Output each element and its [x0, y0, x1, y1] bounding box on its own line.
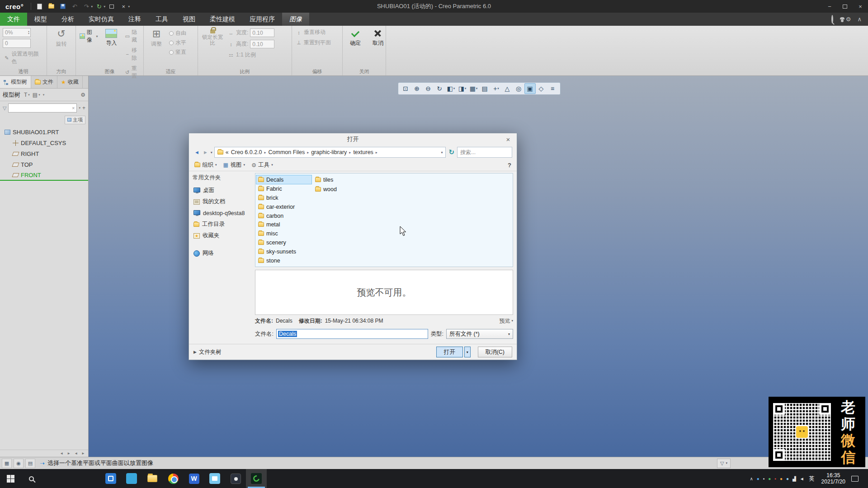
spin-center-icon[interactable]: ◎ — [513, 83, 524, 94]
display-style-icon[interactable]: ◨ ▾ — [457, 83, 468, 94]
refit-icon[interactable]: ⊡ — [400, 83, 411, 94]
height-input[interactable]: 0.10 — [250, 40, 274, 48]
file-item[interactable]: carbon — [256, 211, 311, 220]
pinned-app-3[interactable] — [204, 469, 225, 488]
tab-view[interactable]: 视图 — [175, 13, 203, 26]
ok-button[interactable]: 确定 — [345, 28, 365, 48]
remove-image-button[interactable]: − 移除 — [124, 46, 141, 62]
dialog-title-bar[interactable]: 打开 × — [189, 133, 517, 145]
file-explorer-button[interactable] — [142, 469, 163, 488]
hide-image-button[interactable]: ▭ 隐藏 — [124, 28, 141, 44]
screen-recorder-button[interactable] — [225, 469, 246, 488]
pinned-app-1[interactable] — [100, 469, 121, 488]
tree-item-top-plane[interactable]: TOP — [0, 159, 88, 170]
type-select[interactable]: 所有文件 (*)▾ — [446, 329, 513, 339]
chrome-button[interactable] — [163, 469, 184, 488]
preview-dropdown[interactable]: 预览▾ — [499, 317, 513, 325]
settings-gear-icon[interactable]: ⚙ — [846, 16, 851, 23]
tab-annotate[interactable]: 注释 — [121, 13, 148, 26]
tree-scope-chip[interactable]: 主项 — [65, 116, 85, 124]
help-icon[interactable]: ? — [508, 162, 511, 169]
calendar-tray-icon[interactable]: ▪ — [774, 476, 776, 481]
tree-scroll-right-icon[interactable]: ► — [66, 451, 72, 455]
transparency-value-input[interactable]: 0 — [3, 39, 31, 48]
breadcrumb-segment[interactable]: textures — [353, 149, 373, 155]
open-file-icon[interactable] — [46, 1, 57, 11]
save-icon[interactable] — [57, 1, 68, 11]
organize-button[interactable]: 组织▾ — [194, 161, 217, 169]
import-image-button[interactable]: 导入 — [101, 28, 121, 48]
transparency-percent-input[interactable]: 0% ▴▾ — [3, 28, 31, 37]
antivirus-tray-icon[interactable]: ● — [780, 476, 783, 481]
cancel-ribbon-button[interactable]: 取消 — [368, 28, 388, 48]
sidebar-item-network[interactable]: 网络 — [193, 248, 252, 258]
breadcrumb-segment[interactable]: Common Files — [269, 149, 305, 155]
search-input[interactable]: 搜索... — [457, 147, 512, 158]
dialog-close-icon[interactable]: × — [503, 135, 513, 144]
repaint-icon[interactable]: ↻ — [434, 83, 445, 94]
folder-tree-expander[interactable]: ▶ 文件夹树 — [193, 348, 222, 356]
file-item[interactable]: metal — [256, 221, 311, 229]
width-input[interactable]: 0.10 — [250, 28, 274, 37]
panel-scroll-right-icon[interactable]: ► — [80, 451, 86, 455]
minimize-icon[interactable]: − — [822, 0, 837, 13]
fit-free-radio[interactable]: 自由 — [169, 29, 186, 37]
file-item[interactable]: Fabric — [256, 184, 311, 193]
datum-display-icon[interactable]: + ▾ — [491, 83, 502, 94]
file-item[interactable]: scenery — [256, 239, 311, 247]
breadcrumb-caret-icon[interactable]: ▾ — [441, 150, 443, 155]
file-item[interactable]: misc — [256, 230, 311, 238]
network-tray-icon[interactable]: ▟ — [793, 476, 796, 481]
tree-columns-icon[interactable]: ▤▾ — [33, 92, 40, 98]
taskbar-search-button[interactable] — [21, 469, 42, 488]
search-icon[interactable] — [831, 16, 833, 23]
spinner-arrows-icon[interactable]: ▴▾ — [28, 30, 29, 35]
pinned-app-2[interactable] — [121, 469, 142, 488]
tab-file[interactable]: 文件 — [0, 13, 27, 26]
navigator-toggle-icon[interactable]: ▦ — [2, 459, 12, 468]
shield-tray-icon[interactable]: ● — [768, 476, 771, 481]
adjust-button[interactable]: ⊞ 调整 — [146, 28, 166, 49]
close-icon[interactable]: × — [853, 0, 868, 13]
close-window-icon[interactable]: × — [118, 1, 129, 11]
creo-app-button[interactable] — [246, 469, 267, 488]
annotation-display-icon[interactable]: △ — [502, 83, 513, 94]
window-switch-icon[interactable] — [106, 1, 117, 11]
rotate-button[interactable]: ↺ 旋转 — [52, 28, 71, 49]
zoom-in-icon[interactable]: ⊕ — [411, 83, 423, 94]
regenerate-caret-icon[interactable]: ▾ — [104, 5, 105, 9]
redo-caret-icon[interactable]: ▾ — [91, 5, 93, 9]
mic-tray-icon[interactable]: ▪ — [763, 476, 765, 481]
zoom-out-icon[interactable]: ⊖ — [423, 83, 434, 94]
tree-settings-gear-icon[interactable]: ⚙ — [80, 92, 85, 98]
sidebar-item-desktop[interactable]: 桌面 — [193, 185, 252, 196]
tree-scroll-left-icon[interactable]: ◄ — [58, 451, 65, 455]
tree-item-part[interactable]: SHUBIAO01.PRT — [0, 127, 88, 137]
views-button[interactable]: ▦ 视图▾ — [223, 161, 245, 169]
panel-scroll-left-icon[interactable]: ◄ — [73, 451, 79, 455]
chat-tray-icon[interactable]: ● — [757, 476, 760, 481]
customize-toolbar-caret-icon[interactable]: ▾ — [128, 5, 130, 9]
volume-tray-icon[interactable]: ◄ — [800, 476, 804, 481]
sidebar-item-working-directory[interactable]: 工作目录 — [193, 219, 252, 230]
file-item[interactable]: car-exterior — [256, 202, 311, 211]
tab-live-simulation[interactable]: 实时仿真 — [81, 13, 121, 26]
sidebar-item-documents[interactable]: 我的文档 — [193, 197, 252, 207]
tab-tools[interactable]: 工具 — [148, 13, 175, 26]
navigator-tab-favorites[interactable]: ★ 收藏 — [57, 76, 83, 88]
image-placement-icon[interactable]: ▣ — [524, 83, 536, 94]
sidebar-item-favorites[interactable]: ★ 收藏夹 — [193, 230, 252, 241]
file-item[interactable]: Decals — [256, 175, 311, 184]
tab-model[interactable]: 模型 — [27, 13, 54, 26]
breadcrumb-segment[interactable]: graphic-library — [311, 149, 347, 155]
new-file-icon[interactable] — [34, 1, 45, 11]
hidden-icons-chevron[interactable]: ∧ — [750, 476, 753, 481]
undo-icon[interactable]: ↶ — [69, 1, 80, 11]
message-log-icon[interactable]: ▤ — [25, 459, 35, 468]
shading-style-icon[interactable]: ◧ ▾ — [445, 83, 457, 94]
image-menu-button[interactable]: 图像 ▾ — [79, 28, 99, 44]
vertical-move-button[interactable]: ↕ 垂直移动 — [295, 28, 332, 37]
fit-horizontal-radio[interactable]: 水平 — [169, 39, 186, 47]
action-center-icon[interactable] — [851, 476, 859, 482]
file-item[interactable]: wood — [313, 185, 368, 194]
